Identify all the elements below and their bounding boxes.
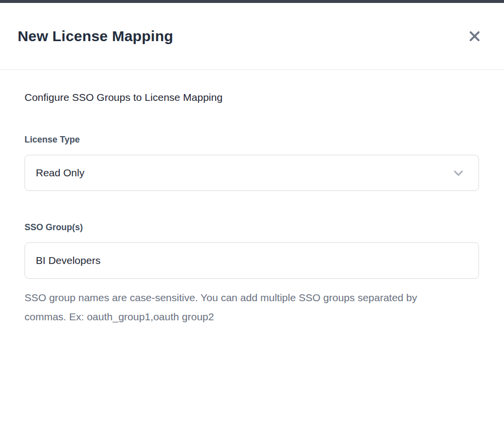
- close-icon: [468, 29, 481, 43]
- license-type-select[interactable]: Read Only: [25, 155, 479, 191]
- license-type-field: License Type Read Only: [25, 135, 479, 191]
- license-type-selected-value: Read Only: [36, 167, 84, 179]
- sso-groups-input[interactable]: [25, 242, 479, 279]
- sso-groups-label: SSO Group(s): [25, 222, 479, 233]
- close-button[interactable]: [465, 26, 484, 46]
- sso-groups-field: SSO Group(s) SSO group names are case-se…: [25, 222, 479, 327]
- license-type-label: License Type: [25, 135, 479, 145]
- sso-groups-help: SSO group names are case-sensitive. You …: [25, 288, 456, 327]
- new-license-mapping-modal: New License Mapping Configure SSO Groups…: [0, 3, 504, 429]
- chevron-down-icon: [451, 166, 466, 180]
- modal-header: New License Mapping: [0, 3, 504, 70]
- modal-body: Configure SSO Groups to License Mapping …: [0, 70, 504, 327]
- modal-description: Configure SSO Groups to License Mapping: [25, 92, 479, 103]
- modal-title: New License Mapping: [18, 28, 173, 45]
